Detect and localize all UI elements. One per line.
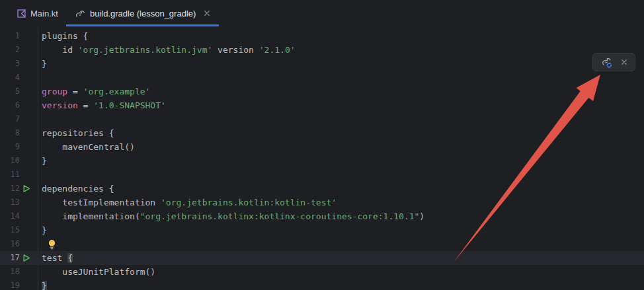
code-text: useJUnitPlatform()	[38, 265, 155, 279]
code-text: plugins {	[38, 29, 88, 43]
intention-bulb-icon[interactable]	[48, 239, 56, 250]
code-text: dependencies {	[38, 182, 114, 196]
line-number: 1	[0, 29, 20, 43]
code-line[interactable]: 6version = '1.0-SNAPSHOT'	[0, 98, 644, 112]
line-number: 17	[0, 251, 20, 265]
code-line[interactable]: 13 testImplementation 'org.jetbrains.kot…	[0, 196, 644, 209]
code-text: version = '1.0-SNAPSHOT'	[38, 98, 166, 112]
gradle-file-icon	[74, 9, 85, 18]
gradle-reload-popup	[592, 53, 635, 71]
tab-build-gradle[interactable]: build.gradle (lesson_gradle)	[66, 0, 219, 26]
line-number: 5	[0, 85, 20, 98]
line-number: 3	[0, 57, 20, 71]
code-lines: 1plugins {2 id 'org.jetbrains.kotlin.jvm…	[0, 29, 644, 290]
kotlin-file-icon	[17, 9, 26, 18]
code-line[interactable]: 7	[0, 112, 644, 126]
code-line[interactable]: 14 implementation("org.jetbrains.kotlinx…	[0, 209, 644, 223]
code-line[interactable]: 3}	[0, 57, 644, 71]
line-number: 8	[0, 126, 20, 140]
tab-label: build.gradle (lesson_gradle)	[90, 9, 196, 18]
code-text: implementation("org.jetbrains.kotlinx:ko…	[38, 209, 424, 223]
code-text: mavenCentral()	[38, 140, 135, 154]
line-number: 11	[0, 168, 20, 182]
line-number: 19	[0, 279, 20, 290]
line-number: 13	[0, 196, 20, 209]
editor-tab-bar: Main.kt build.gradle (lesson_gradle)	[0, 0, 644, 26]
line-number: 12	[0, 182, 20, 196]
line-number: 14	[0, 209, 20, 223]
code-line[interactable]: 10}	[0, 154, 644, 168]
code-text: test {	[38, 251, 73, 265]
code-editor[interactable]: 1plugins {2 id 'org.jetbrains.kotlin.jvm…	[0, 26, 644, 290]
tab-main-kt[interactable]: Main.kt	[9, 0, 66, 26]
line-number: 4	[0, 71, 20, 85]
run-gutter-icon[interactable]	[20, 184, 38, 193]
code-line[interactable]: 19}	[0, 279, 644, 290]
code-text: testImplementation 'org.jetbrains.kotlin…	[38, 196, 337, 209]
code-text: repositories {	[38, 126, 114, 140]
line-number: 16	[0, 237, 20, 251]
line-number: 6	[0, 98, 20, 112]
code-line[interactable]: 15}	[0, 223, 644, 237]
line-number: 10	[0, 154, 20, 168]
code-line[interactable]: 11	[0, 168, 644, 182]
gradle-reload-icon[interactable]	[600, 57, 614, 68]
code-text	[38, 237, 56, 251]
code-text: }	[38, 57, 47, 71]
code-text: }	[38, 279, 47, 290]
line-number: 15	[0, 223, 20, 237]
code-line[interactable]: 2 id 'org.jetbrains.kotlin.jvm' version …	[0, 43, 644, 57]
line-number: 9	[0, 140, 20, 154]
line-number: 2	[0, 43, 20, 57]
code-text: }	[38, 154, 47, 168]
code-line[interactable]: 17test {	[0, 251, 644, 265]
code-line[interactable]: 1plugins {	[0, 29, 644, 43]
code-line[interactable]: 18 useJUnitPlatform()	[0, 265, 644, 279]
code-line[interactable]: 8repositories {	[0, 126, 644, 140]
close-icon[interactable]	[203, 9, 211, 17]
line-number: 18	[0, 265, 20, 279]
close-icon[interactable]	[620, 58, 628, 66]
code-line[interactable]: 5group = 'org.example'	[0, 85, 644, 98]
line-number: 7	[0, 112, 20, 126]
code-line[interactable]: 4	[0, 71, 644, 85]
code-text: id 'org.jetbrains.kotlin.jvm' version '2…	[38, 43, 296, 57]
code-line[interactable]: 9 mavenCentral()	[0, 140, 644, 154]
tab-label: Main.kt	[30, 9, 58, 18]
code-text: group = 'org.example'	[38, 85, 150, 98]
run-gutter-icon[interactable]	[20, 254, 38, 262]
code-line[interactable]: 16	[0, 237, 644, 251]
code-text: }	[38, 223, 47, 237]
code-line[interactable]: 12dependencies {	[0, 182, 644, 196]
